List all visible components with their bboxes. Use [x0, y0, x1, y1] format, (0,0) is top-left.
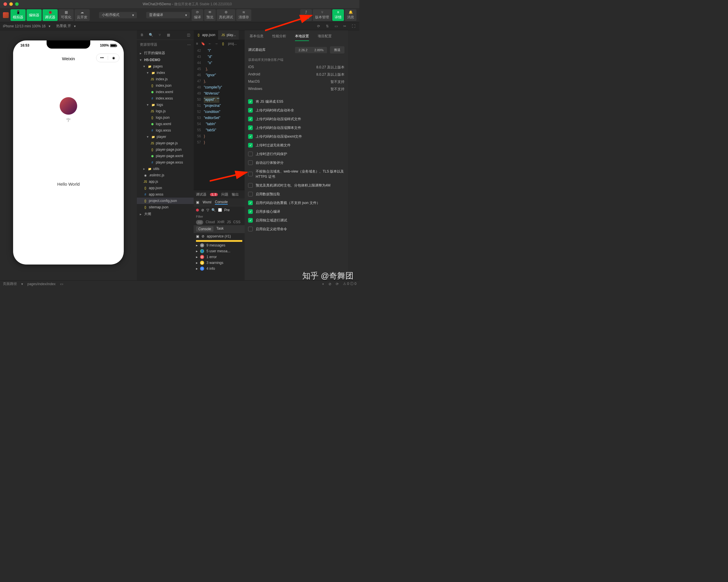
open-editors[interactable]: ▸打开的编辑器	[137, 50, 193, 57]
msg-row[interactable]: ▸▲3 warnings	[193, 260, 244, 266]
check-14[interactable]: 启用自定义处理命令	[248, 225, 344, 233]
toolbar-版本管理[interactable]: ⑂版本管理	[313, 9, 331, 21]
bookmark-icon[interactable]: 🔖	[201, 41, 205, 46]
file-.eslintrc.js[interactable]: ◉.eslintrc.js	[137, 172, 193, 178]
file-pages[interactable]: ▾📁pages	[137, 63, 193, 70]
toolbar-可视化[interactable]: ▦可视化	[58, 9, 74, 21]
check-8[interactable]: 不校验合法域名、web-view（业务域名）、TLS 版本以及 HTTPS 证书	[248, 167, 344, 181]
mode-select[interactable]: 小程序模式▾	[99, 12, 137, 18]
file-player-page.json[interactable]: {}player-page.json	[137, 146, 193, 153]
check-9[interactable]: 预览及真机调试时主包、分包体积上限调整为4M	[248, 181, 344, 190]
record-icon[interactable]	[196, 209, 199, 212]
panel-tab-0[interactable]: 基本信息	[250, 34, 263, 41]
clear-icon[interactable]: ⊘	[201, 208, 204, 212]
refresh-icon[interactable]: ⟳	[316, 23, 321, 29]
check-4[interactable]: 上传代码时自动压缩wxml文件	[248, 132, 344, 141]
check-12[interactable]: 启用多核心编译	[248, 207, 344, 216]
check-7[interactable]: 自动运行体验评分	[248, 158, 344, 167]
toolbar-编辑器[interactable]: 编辑器	[26, 9, 42, 21]
cat-All[interactable]: All	[196, 220, 203, 225]
rotate-icon[interactable]: ⇅	[324, 23, 330, 29]
file-logs.json[interactable]: {}logs.json	[137, 114, 193, 121]
output-tab[interactable]: 输出	[232, 192, 239, 197]
check-2[interactable]: 上传代码时自动压缩样式文件	[248, 115, 344, 123]
panel-tab-2[interactable]: 本地设置	[295, 34, 309, 41]
file-index.js[interactable]: JSindex.js	[137, 76, 193, 82]
check-0[interactable]: 将 JS 编译成 ES5	[248, 97, 344, 106]
minimize-icon[interactable]	[9, 2, 13, 6]
ext-icon[interactable]: ▦	[165, 32, 171, 38]
scm-icon[interactable]: ⑂	[157, 32, 162, 38]
file-player[interactable]: ▾📁player	[137, 134, 193, 140]
pct-seg[interactable]: 2.89%	[311, 47, 327, 53]
toolbar-上传[interactable]: ⤴上传	[300, 9, 312, 21]
device-icon[interactable]: ▭	[333, 23, 339, 29]
file-player-page.wxss[interactable]: #player-page.wxss	[137, 159, 193, 166]
toolbar-清缓存[interactable]: ≋清缓存	[236, 9, 251, 21]
file-app.json[interactable]: {}app.json	[137, 185, 193, 191]
file-logs[interactable]: ▾📁logs	[137, 102, 193, 108]
menu-icon[interactable]: •••	[96, 56, 108, 60]
msg-row[interactable]: ▸i4 info	[193, 266, 244, 272]
file-index.wxml[interactable]: ⬢index.wxml	[137, 89, 193, 95]
hot-reload-label[interactable]: 热重载 开	[56, 24, 71, 29]
panel-tab-3[interactable]: 项目配置	[318, 34, 332, 41]
file-logs.js[interactable]: JSlogs.js	[137, 108, 193, 114]
cut-icon[interactable]: ✂	[342, 23, 348, 29]
issue-tab[interactable]: 问题	[221, 192, 228, 197]
check-11[interactable]: 启用代码自动热重载（不支持 json 文件）	[248, 198, 344, 207]
push-button[interactable]: 推送	[330, 46, 344, 54]
check-6[interactable]: 上传时进行代码保护	[248, 149, 344, 158]
warn-stat[interactable]: ⚠ 0 ⓘ 0	[343, 281, 357, 286]
close-icon[interactable]	[3, 2, 7, 6]
scope-icon[interactable]: ▣	[196, 234, 199, 238]
files-icon[interactable]: 🗎	[139, 32, 145, 38]
file-sitemap.json[interactable]: {}sitemap.json	[137, 204, 193, 211]
toolbar-预览[interactable]: 👁预览	[204, 9, 216, 21]
bug-icon[interactable]: ⌖	[322, 282, 324, 286]
msg-row[interactable]: ▸👤5 user messa...	[193, 248, 244, 254]
toolbar-模拟器[interactable]: 📱模拟器	[10, 9, 26, 21]
cat-Cloud[interactable]: Cloud	[206, 220, 215, 225]
file-logs.wxss[interactable]: #logs.wxss	[137, 127, 193, 134]
filter-icon[interactable]: ▽	[206, 208, 209, 212]
panel-tab-1[interactable]: 性能分析	[272, 34, 286, 41]
search-icon[interactable]: 🔍	[148, 32, 154, 38]
maximize-icon[interactable]	[15, 2, 19, 6]
target-icon[interactable]: ◉	[108, 56, 120, 60]
file-index[interactable]: ▾📁index	[137, 70, 193, 76]
path-value[interactable]: pages/index/index	[27, 282, 56, 286]
tab-app-json[interactable]: {}app.json	[193, 30, 218, 39]
filter-input[interactable]: Filter	[193, 214, 244, 219]
more-icon[interactable]: ⋯	[187, 43, 191, 47]
file-utils[interactable]: ▸📁utils	[137, 166, 193, 172]
cat-CSS[interactable]: CSS	[233, 220, 240, 225]
wxml-tab[interactable]: Wxml	[203, 200, 211, 204]
toolbar-编译[interactable]: ⟳编译	[191, 9, 203, 21]
sync-icon[interactable]: ⟳	[336, 282, 339, 286]
search-icon[interactable]: 🔍	[211, 208, 216, 212]
project-root[interactable]: ▾H5-DEMO	[137, 57, 193, 63]
preserve-checkbox[interactable]	[218, 208, 222, 212]
outline[interactable]: ▸大纲	[137, 211, 193, 218]
code-editor[interactable]: 42 "i"43 "d"44 "o"45 },46 "ignor"47},48"…	[193, 48, 244, 190]
msg-row[interactable]: ▸⊘1 error	[193, 254, 244, 260]
file-logs.wxml[interactable]: ⬢logs.wxml	[137, 121, 193, 127]
device-label[interactable]: iPhone 12/13 mini 100% 16	[3, 24, 46, 28]
toolbar-消息[interactable]: 🔔消息	[345, 9, 357, 21]
fwd-icon[interactable]: →	[215, 41, 218, 46]
debugger-tab[interactable]: 调试器	[196, 192, 206, 197]
clear2-icon[interactable]: ⊘	[202, 234, 204, 238]
toolbar-真机调试[interactable]: ⚙真机调试	[217, 9, 235, 21]
file-project.config.json[interactable]: {}project.config.json	[137, 198, 193, 204]
check-13[interactable]: 启用独立域进行调试	[248, 216, 344, 225]
file-app.wxss[interactable]: #app.wxss	[137, 191, 193, 198]
file-player-page.wxml[interactable]: ⬢player-page.wxml	[137, 153, 193, 159]
split-icon[interactable]: ◫	[185, 32, 191, 38]
task-subtab[interactable]: Task	[216, 226, 224, 232]
file-index.wxss[interactable]: #index.wxss	[137, 95, 193, 102]
msg-row[interactable]: ▸≡9 messages	[193, 242, 244, 248]
file-player-page.js[interactable]: JSplayer-page.js	[137, 140, 193, 146]
capsule[interactable]: •••◉	[96, 54, 120, 62]
cat-JS[interactable]: JS	[227, 220, 231, 225]
